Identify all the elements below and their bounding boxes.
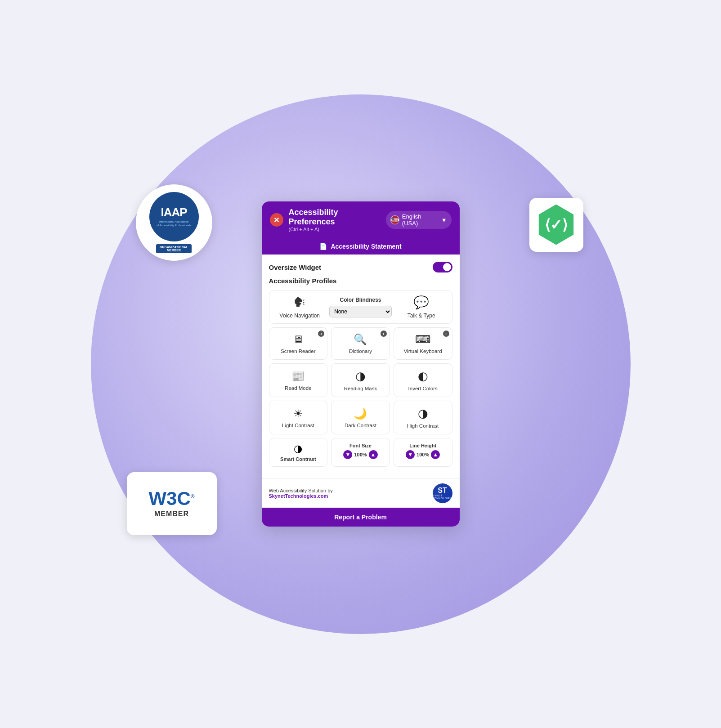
accessibility-profiles-label: Accessibility Profiles [269,277,452,285]
st-logo: ST SKYNET TECHNOLOGIES [433,483,452,503]
st-number: ST [438,487,447,494]
panel-title: Accessibility Preferences (Ctrl + Alt + … [289,208,386,232]
light-contrast-button[interactable]: ☀ Light Contrast [269,401,328,434]
report-link[interactable]: Report a Problem [334,514,387,521]
panel-header-left: ✕ Accessibility Preferences (Ctrl + Alt … [270,208,386,232]
font-size-increase[interactable]: ▲ [369,450,378,459]
font-size-controls: ▼ 100% ▲ [343,450,377,459]
light-contrast-icon: ☀ [293,407,303,420]
virtual-keyboard-icon: ⌨ [415,333,431,346]
talk-type-icon: 💬 [413,295,429,310]
panel-footer: Web Accessibility Solution by SkynetTech… [262,478,460,508]
reading-mask-button[interactable]: ◑ Reading Mask [331,363,390,397]
language-label: English (USA) [402,213,439,227]
statement-icon: 📄 [319,243,327,250]
talk-type-label: Talk & Type [408,313,435,319]
font-size-label: Font Size [349,443,372,448]
dictionary-label: Dictionary [349,348,372,354]
smart-contrast-card: ◑ Smart Contrast [269,438,328,467]
invert-colors-label: Invert Colors [408,386,438,391]
w3c-badge: W3C® MEMBER [127,472,217,535]
profiles-top-row: 🗣 Voice Navigation Color Blindness None … [269,290,452,324]
smart-contrast-icon: ◑ [294,443,302,455]
virtual-keyboard-button[interactable]: i ⌨ Virtual Keyboard [394,327,452,360]
statement-label: Accessibility Statement [331,243,401,250]
read-mode-icon: 📰 [291,370,305,383]
font-size-decrease[interactable]: ▼ [343,450,352,459]
accessibility-statement-bar[interactable]: 📄 Accessibility Statement [262,238,460,255]
report-bar[interactable]: Report a Problem [262,508,460,527]
panel-title-main: Accessibility Preferences [289,208,386,227]
voice-navigation-label: Voice Navigation [280,313,320,319]
accessibility-widget: ✕ Accessibility Preferences (Ctrl + Alt … [262,201,460,527]
high-contrast-icon: ◑ [418,406,428,420]
line-height-label: Line Height [409,443,436,448]
panel-title-shortcut: (Ctrl + Alt + A) [289,227,386,232]
language-selector[interactable]: 🇺🇸 English (USA) ▼ [386,211,452,229]
dictionary-info-icon[interactable]: i [381,331,387,337]
smart-contrast-label: Smart Contrast [280,456,316,462]
panel-body: Oversize Widget Accessibility Profiles 🗣… [262,255,460,478]
color-blindness-label: Color Blindness [340,297,381,303]
panel-header: ✕ Accessibility Preferences (Ctrl + Alt … [262,201,460,238]
invert-colors-button[interactable]: ◐ Invert Colors [394,363,452,397]
iaap-subtitle: International Association of Accessibili… [157,220,191,228]
virtual-keyboard-label: Virtual Keyboard [404,348,442,354]
line-height-decrease[interactable]: ▼ [406,450,415,459]
dictionary-button[interactable]: i 🔍 Dictionary [331,327,390,360]
st-subtitle: SKYNET TECHNOLOGIES [430,494,455,500]
reading-mask-label: Reading Mask [344,386,377,391]
iaap-badge: IAAP International Association of Access… [136,184,212,261]
light-contrast-label: Light Contrast [282,423,314,428]
font-size-value: 100% [354,452,367,457]
voice-navigation-item[interactable]: 🗣 Voice Navigation [274,295,326,319]
footer-text-block: Web Accessibility Solution by SkynetTech… [269,488,333,499]
dictionary-icon: 🔍 [354,333,367,346]
dark-contrast-icon: 🌙 [354,407,367,420]
hex-shape: ⟨✓⟩ [536,205,577,245]
hex-letter: ⟨✓⟩ [545,216,568,233]
virtual-keyboard-info-icon[interactable]: i [443,331,449,337]
high-contrast-button[interactable]: ◑ High Contrast [394,401,452,434]
chevron-down-icon: ▼ [441,217,447,223]
background-circle: IAAP International Association of Access… [91,94,631,634]
read-mode-label: Read Mode [285,385,311,391]
bottom-stepper-row: ◑ Smart Contrast Font Size ▼ 100% ▲ Line… [269,438,452,467]
oversize-widget-label: Oversize Widget [269,264,322,271]
w3c-logo: W3C® [148,489,194,508]
close-button[interactable]: ✕ [270,213,283,227]
screen-reader-button[interactable]: i 🖥 Screen Reader [269,327,328,360]
high-contrast-label: High Contrast [407,423,439,429]
features-grid: i 🖥 Screen Reader i 🔍 Dictionary i ⌨ Vir… [269,327,452,434]
dark-contrast-button[interactable]: 🌙 Dark Contrast [331,401,390,434]
screen-reader-icon: 🖥 [293,333,304,346]
footer-line1: Web Accessibility Solution by [269,488,333,493]
voice-navigation-icon: 🗣 [293,295,306,310]
flag-icon: 🇺🇸 [390,215,399,224]
talk-type-item[interactable]: 💬 Talk & Type [395,295,448,319]
iaap-letters: IAAP [161,205,187,219]
reading-mask-icon: ◑ [355,369,366,383]
dark-contrast-label: Dark Contrast [345,423,376,428]
w3c-member: MEMBER [154,510,189,518]
footer-brand: SkynetTechnologies.com [269,493,333,499]
line-height-controls: ▼ 100% ▲ [406,450,440,459]
iaap-org-label: ORGANIZATIONAL MEMBER [156,244,192,253]
green-hex-badge: ⟨✓⟩ [529,198,583,252]
line-height-increase[interactable]: ▲ [431,450,440,459]
screen-reader-label: Screen Reader [281,348,315,354]
screen-reader-info-icon[interactable]: i [318,331,324,337]
oversize-widget-toggle[interactable] [433,262,452,272]
color-blindness-item: Color Blindness None Protanopia Deuteran… [329,295,392,319]
color-blindness-select[interactable]: None Protanopia Deuteranopia Tritanopia [329,306,392,317]
font-size-card: Font Size ▼ 100% ▲ [331,438,390,467]
read-mode-button[interactable]: 📰 Read Mode [269,363,328,397]
line-height-card: Line Height ▼ 100% ▲ [394,438,452,467]
line-height-value: 100% [416,452,429,457]
invert-colors-icon: ◐ [418,369,428,383]
oversize-widget-row: Oversize Widget [269,262,452,272]
